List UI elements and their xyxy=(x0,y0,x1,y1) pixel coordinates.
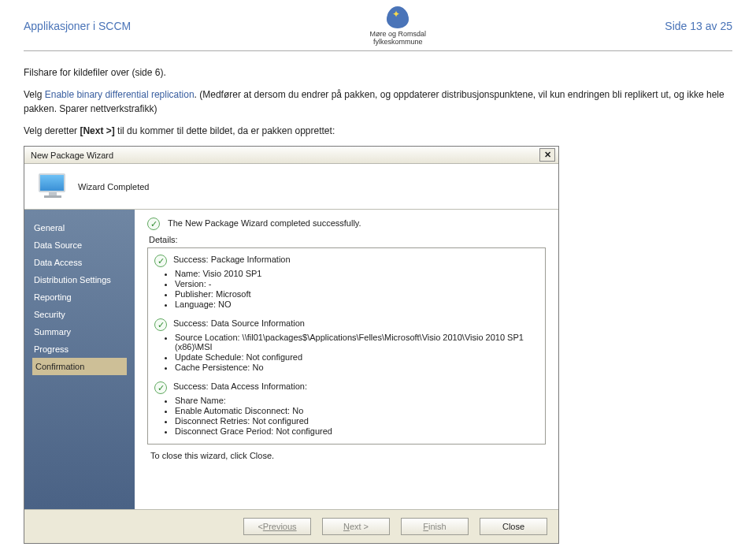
details-box[interactable]: ✓Success: Package InformationName: Visio… xyxy=(147,247,546,445)
county-logo-icon xyxy=(387,6,409,28)
close-icon: ✕ xyxy=(544,150,551,160)
detail-item: Enable Automatic Disconnect: No xyxy=(175,406,540,415)
success-check-icon: ✓ xyxy=(154,318,167,331)
close-wizard-button[interactable]: Close xyxy=(480,518,547,535)
wizard-header-title: Wizard Completed xyxy=(78,182,149,192)
new-package-wizard-window: New Package Wizard ✕ Wizard Completed Ge… xyxy=(24,146,559,544)
detail-item: Publisher: Microsoft xyxy=(175,289,540,299)
wizard-sidebar: GeneralData SourceData AccessDistributio… xyxy=(24,210,135,509)
detail-item: Name: Visio 2010 SP1 xyxy=(175,269,540,278)
next-button: Next > xyxy=(322,518,390,535)
page-header: Applikasjoner i SCCM Møre og Romsdal fyl… xyxy=(24,6,732,51)
header-center: Møre og Romsdal fylkeskommune xyxy=(370,6,427,46)
detail-item: Disconnect Retries: Not configured xyxy=(175,416,540,426)
detail-item: Version: - xyxy=(175,279,540,288)
close-button[interactable]: ✕ xyxy=(539,148,555,162)
header-left: Applikasjoner i SCCM xyxy=(24,20,131,32)
logo-caption: Møre og Romsdal fylkeskommune xyxy=(370,30,427,46)
close-hint: To close this wizard, click Close. xyxy=(150,451,546,460)
finish-button: Finish xyxy=(401,518,469,535)
sidebar-item-distribution-settings[interactable]: Distribution Settings xyxy=(32,271,127,288)
detail-item: Cache Persistence: No xyxy=(175,363,540,372)
previous-button: < Previous xyxy=(243,518,311,535)
wizard-header: Wizard Completed xyxy=(24,164,558,210)
detail-section-title: Success: Package Information xyxy=(173,253,291,264)
wizard-buttons: < Previous Next > Finish Close xyxy=(24,509,558,543)
detail-item: Share Name: xyxy=(175,396,540,405)
sidebar-item-confirmation[interactable]: Confirmation xyxy=(32,358,127,375)
titlebar[interactable]: New Package Wizard ✕ xyxy=(24,147,558,164)
header-right: Side 13 av 25 xyxy=(665,20,732,32)
success-check-icon: ✓ xyxy=(154,255,167,267)
sidebar-item-general[interactable]: General xyxy=(32,219,127,236)
detail-item: Disconnect Grace Period: Not configured xyxy=(175,426,540,436)
wizard-main: ✓ The New Package Wizard completed succe… xyxy=(135,210,558,509)
success-check-icon: ✓ xyxy=(154,381,167,394)
detail-section-title: Success: Data Source Information xyxy=(173,317,305,328)
sidebar-item-security[interactable]: Security xyxy=(32,306,127,323)
sidebar-item-data-access[interactable]: Data Access xyxy=(32,254,127,271)
intro-line-2: Velg Enable binary differential replicat… xyxy=(24,87,732,116)
sidebar-item-data-source[interactable]: Data Source xyxy=(32,236,127,254)
window-title: New Package Wizard xyxy=(31,151,113,160)
detail-item: Update Schedule: Not configured xyxy=(175,352,540,362)
intro-line-1: Filshare for kildefiler over (side 6). xyxy=(24,65,732,80)
sidebar-item-reporting[interactable]: Reporting xyxy=(32,288,127,306)
success-check-icon: ✓ xyxy=(147,218,160,230)
sidebar-item-summary[interactable]: Summary xyxy=(32,323,127,340)
monitor-icon xyxy=(39,173,67,200)
option-name: Enable binary differential replication xyxy=(45,89,195,100)
detail-item: Source Location: \\fil01\packages$\Appli… xyxy=(175,333,540,352)
detail-section-title: Success: Data Access Information: xyxy=(173,380,307,391)
sidebar-item-progress[interactable]: Progress xyxy=(32,340,127,358)
intro-line-3: Velg deretter [Next >] til du kommer til… xyxy=(24,124,732,138)
next-bracket: [Next >] xyxy=(80,125,114,136)
details-label: Details: xyxy=(149,235,546,244)
detail-item: Language: NO xyxy=(175,299,540,309)
success-message: The New Package Wizard completed success… xyxy=(168,216,361,228)
